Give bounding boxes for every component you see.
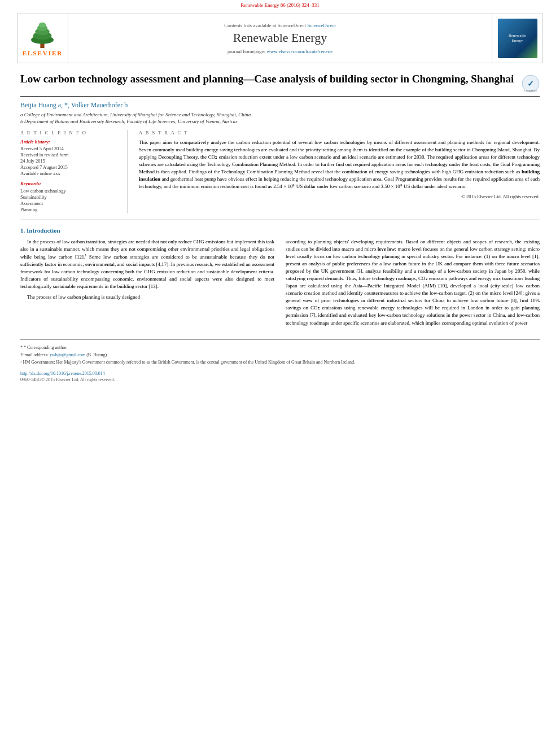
journal-header: ELSEVIER Contents lists available at Sci… [17, 14, 543, 63]
footer-section: * * Corresponding author. E-mail address… [20, 339, 540, 383]
date-received: Received 5 April 2014 [20, 146, 119, 151]
homepage-line: journal homepage: www.elsevier.com/locat… [228, 49, 333, 54]
date-revised-label: Received in revised form [20, 152, 119, 158]
abstract-text: This paper aims to comparatively analyze… [139, 139, 540, 190]
sciencedirect-line: Contents lists available at ScienceDirec… [224, 23, 336, 28]
crossmark-icon: ✓ CrossMark [522, 75, 540, 93]
svg-point-5 [39, 23, 46, 28]
affiliation-a: a College of Environment and Architectur… [20, 112, 540, 117]
intro-left-column: In the process of low carbon transition,… [20, 238, 274, 330]
section-number: 1. [20, 227, 25, 234]
date-online: Available online xxx [20, 171, 119, 176]
date-revised: 24 July 2015 [20, 158, 119, 164]
journal-title: Renewable Energy [233, 30, 327, 45]
footnote-email-person: (B. Huang). [86, 352, 108, 357]
section-divider [20, 220, 540, 220]
article-title: Low carbon technology assessment and pla… [20, 72, 516, 86]
section-title-text: Introduction [27, 227, 60, 234]
elsevier-brand-text: ELSEVIER [23, 50, 63, 56]
article-title-section: Low carbon technology assessment and pla… [20, 72, 540, 97]
article-info-header: A R T I C L E I N F O [20, 130, 119, 136]
homepage-label: journal homepage: [228, 49, 265, 54]
contents-available-text: Contents lists available at ScienceDirec… [224, 23, 306, 28]
journal-thumb-text: RenewableEnergy [506, 31, 528, 46]
journal-thumbnail-section: RenewableEnergy [492, 14, 542, 63]
intro-left-text: In the process of low carbon transition,… [20, 238, 274, 301]
elsevier-tree-icon [25, 20, 59, 49]
journal-reference-bar: Renewable Energy 86 (2016) 324–331 [0, 0, 560, 10]
intro-para-2: The process of low carbon planning is us… [20, 294, 274, 301]
intro-right-column: according to planning objects' developin… [286, 238, 540, 330]
homepage-url[interactable]: www.elsevier.com/locate/renene [266, 49, 333, 54]
issn-line: 0960-1481/© 2015 Elsevier Ltd. All right… [20, 377, 540, 382]
intro-body-columns: In the process of low carbon transition,… [20, 238, 540, 330]
doi-anchor[interactable]: http://dx.doi.org/10.1016/j.renene.2015.… [20, 371, 105, 376]
footnote-email: E-mail address: ywhjia@gmail.com (B. Hua… [20, 352, 540, 358]
abstract-column: A B S T R A C T This paper aims to compa… [139, 130, 540, 213]
keyword-4: Planning [20, 207, 119, 212]
leve-low-highlight: leve low [378, 246, 395, 252]
introduction-section: 1. Introduction In the process of low ca… [20, 227, 540, 330]
authors-section: Beijia Huang a, *, Volker Mauerhofer b a… [20, 101, 540, 124]
article-info-abstract: A R T I C L E I N F O Article history: R… [20, 130, 540, 213]
copyright-line: © 2015 Elsevier Ltd. All rights reserved… [139, 194, 540, 199]
journal-header-center: Contents lists available at ScienceDirec… [68, 14, 492, 63]
keyword-2: Sustainability [20, 194, 119, 200]
doi-link[interactable]: http://dx.doi.org/10.1016/j.renene.2015.… [20, 371, 540, 376]
footnote-email-link[interactable]: ywhjia@gmail.com [50, 352, 85, 357]
footnote-1: ¹ HM Government: Her Majesty's Governmen… [20, 359, 540, 365]
elsevier-logo: ELSEVIER [23, 20, 63, 56]
intro-para-1: In the process of low carbon transition,… [20, 238, 274, 290]
abstract-paragraph: This paper aims to comparatively analyze… [139, 139, 540, 190]
main-content: Low carbon technology assessment and pla… [0, 67, 560, 388]
intro-right-text: according to planning objects' developin… [286, 238, 540, 327]
abstract-header: A B S T R A C T [139, 130, 540, 136]
intro-right-para-1: according to planning objects' developin… [286, 238, 540, 327]
svg-text:CrossMark: CrossMark [524, 89, 537, 92]
footnote-star: * * Corresponding author. [20, 344, 540, 351]
footnote-email-label: E-mail address: [20, 352, 49, 357]
history-label: Article history: [20, 139, 119, 145]
footnote-corresponding-label: * Corresponding author. [24, 345, 68, 350]
section-title: 1. Introduction [20, 227, 540, 234]
sciencedirect-link[interactable]: ScienceDirect [307, 23, 335, 28]
keywords-label: Keywords: [20, 181, 119, 186]
elsevier-logo-section: ELSEVIER [18, 14, 68, 63]
svg-text:✓: ✓ [527, 80, 534, 88]
date-accepted: Accepted 7 August 2015 [20, 164, 119, 170]
journal-thumbnail: RenewableEnergy [498, 19, 537, 58]
page: Renewable Energy 86 (2016) 324–331 ELSEV… [0, 0, 560, 747]
affiliation-b: b Department of Botany and Biodiversity … [20, 119, 540, 124]
keyword-3: Assessment [20, 200, 119, 206]
authors: Beijia Huang a, *, Volker Mauerhofer b [20, 101, 540, 110]
keyword-1: Low carbon technology [20, 188, 119, 194]
journal-reference-text: Renewable Energy 86 (2016) 324–331 [240, 2, 319, 8]
article-info-column: A R T I C L E I N F O Article history: R… [20, 130, 128, 213]
building-insulation-highlight: building insulation [139, 169, 540, 182]
